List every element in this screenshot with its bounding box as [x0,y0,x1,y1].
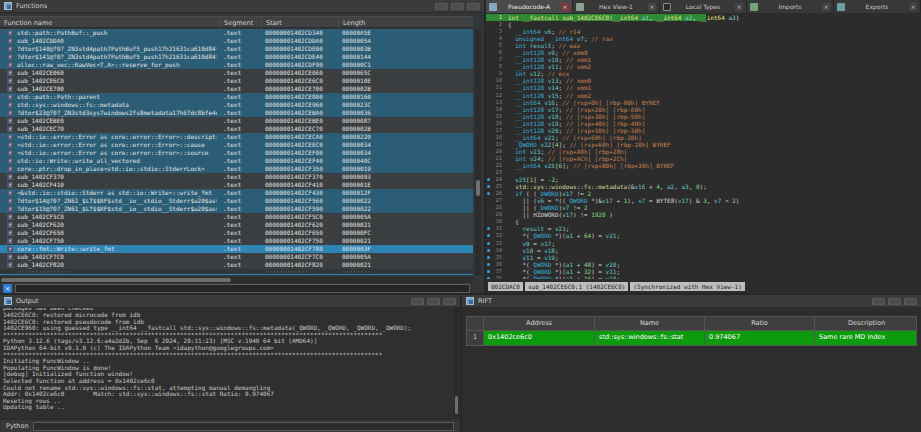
tab-close-icon[interactable]: ✕ [822,3,830,11]
code-line[interactable]: 37 *(_QWORD *)(a1 + 32) = v11; [486,268,921,275]
dock-button[interactable] [411,298,424,305]
code-line[interactable]: 25 std::sys::windows::fs::metadata(&v16 … [486,183,921,190]
functions-horizontal-scrollbar[interactable] [0,277,473,283]
rift-titlebar[interactable]: RIFT [462,295,921,308]
code-line[interactable]: 31 result = v21; [486,225,921,232]
function-row[interactable]: fsub_1402CDDA0.text00000001402CDDA000000… [0,37,473,45]
code-line[interactable]: 4 unsigned __int64 v7; // rax [486,35,921,42]
code-area[interactable]: 1int __fastcall sub_1402CE6C0(__int64 a1… [486,14,921,279]
function-row[interactable]: fsub_1402CF7C0.text00000001402CF7C000000… [0,253,473,261]
code-line[interactable]: 17 __int128 v20; // [rsp+50h] [rbp-30h] [486,127,921,134]
tab-close-icon[interactable]: ✕ [648,3,656,11]
code-line[interactable]: 13 __int64 v16; // [rsp+0h] [rbp-80h] BY… [486,99,921,106]
function-row[interactable]: falloc::raw_vec::RawVec<T,A>::reserve_fo… [0,61,473,69]
code-line[interactable]: 36 *(_QWORD *)(a1 + 48) = v20; [486,261,921,268]
code-line[interactable]: 5 int result; // eax [486,42,921,49]
function-row[interactable]: f?dtor$15@?0?_ZN61_$LT$$RF$std__io__stdi… [0,205,473,213]
code-line[interactable]: 30 { [486,218,921,225]
function-row[interactable]: f<std::io::error::Error as core::error::… [0,133,473,141]
code-line[interactable]: 12 __int128 v15; // xmm2 [486,92,921,99]
function-row[interactable]: f?dtor$140@?0?_ZN3std4path7PathBuf5_push… [0,45,473,53]
code-line[interactable]: 11 __int128 v14; // xmm1 [486,84,921,91]
dock-button[interactable] [872,298,885,305]
function-row[interactable]: fsub_1402CE060.text00000001402CE06000000… [0,69,473,77]
tab-local-types[interactable]: Local Types✕ [660,0,747,13]
code-line[interactable]: 3 __int64 v6; // r14 [486,28,921,35]
maximize-button[interactable] [888,298,901,305]
column-header-function-name[interactable]: Function name [0,19,219,28]
output-titlebar[interactable]: Output [0,295,460,308]
tab-close-icon[interactable]: ✕ [561,3,569,11]
code-line[interactable]: 28 || (_DWORD)v7 != 2 [486,204,921,211]
scrollbar-thumb[interactable] [476,180,480,196]
function-row[interactable]: fsub_1402CE700.text00000001402CE70000000… [0,85,473,93]
tab-close-icon[interactable]: ✕ [909,3,917,11]
code-line[interactable]: 8 __int128 v11; // xmm2 [486,63,921,70]
code-line[interactable]: 38 *(_QWORD *)(a1 + 16) = v10; [486,275,921,279]
function-row[interactable]: f?dtor$23@?0?_ZN3std3sys7windows2fs8meta… [0,109,473,117]
column-header-ratio[interactable]: Ratio [704,317,814,330]
code-line[interactable]: 35 v11 = v19; [486,254,921,261]
function-row[interactable]: fsub_1402CF5C0.text00000001402CF5C000000… [0,213,473,221]
code-line[interactable]: 26 if ( (_DWORD)v17 != 2 [486,190,921,197]
function-row[interactable]: fsub_1402CF650.text00000001402CF65000000… [0,229,473,237]
column-header-start[interactable]: Start [261,19,338,28]
functions-titlebar[interactable]: Functions [0,0,484,13]
function-row[interactable]: f?dtor$141@?0?_ZN3std4path7PathBuf5_push… [0,53,473,61]
function-row[interactable]: fsub_1402CF820.text00000001402CF82000000… [0,261,473,269]
functions-filter-input[interactable] [15,284,470,293]
code-line[interactable]: 24 v25[1] = -2; [486,176,921,183]
functions-vertical-scrollbar[interactable] [475,29,481,275]
tab-pseudocode-a[interactable]: Pseudocode-A✕ [486,0,573,13]
function-row[interactable]: fstd::io::Write::write_all_vectored.text… [0,157,473,165]
function-row[interactable]: fsub_1402CF410.text00000001402CF41000000… [0,181,473,189]
code-line[interactable]: 10 __int128 v13; // xmm0 [486,77,921,84]
tab-hex-view-1[interactable]: Hex View-1✕ [573,0,660,13]
output-log[interactable]: packages has been checked1402CE6C0: rest… [3,308,451,419]
scrollbar-thumb[interactable] [1,278,231,282]
function-row[interactable]: f<std::io::error::Error as core::error::… [0,149,473,157]
function-row[interactable]: fstd::sys::windows::fs::metadata.text000… [0,101,473,109]
code-line[interactable]: 32 *(_QWORD *)(a1 + 64) = v21; [486,232,921,239]
tab-exports[interactable]: Exports✕ [834,0,921,13]
output-scrollbar[interactable] [454,308,459,418]
close-button[interactable] [443,298,456,305]
code-line[interactable]: 9 int v12; // ecx [486,70,921,77]
column-header-index[interactable] [467,317,483,330]
function-row[interactable]: fcore::ptr::drop_in_place<std::io::stdio… [0,165,473,173]
column-header-description[interactable]: Description [814,317,918,330]
code-line[interactable]: 15 __int128 v18; // [rsp+30h] [rbp-50h] [486,113,921,120]
close-button[interactable] [904,298,917,305]
code-line[interactable]: 14 __int128 v17; // [rsp+20h] [rbp-60h] [486,106,921,113]
python-command-input[interactable] [33,422,454,431]
function-row[interactable]: f<std::io::error::Error as core::error::… [0,141,473,149]
function-row[interactable]: f<&std::io::stdio::Stderr as std::io::Wr… [0,189,473,197]
column-header-address[interactable]: Address [483,317,594,330]
code-line[interactable]: 6 __int128 v9; // xmm0 [486,49,921,56]
code-line[interactable]: 18 __int64 v21; // [rsp+60h] [rbp-20h] [486,134,921,141]
function-row[interactable]: fcore::fmt::Write::write_fmt.text0000000… [0,245,473,253]
function-row[interactable]: fsub_1402CEC70.text00000001402CEC7000000… [0,125,473,133]
function-row[interactable]: fsub_1402CF750.text00000001402CF75000000… [0,237,473,245]
code-line[interactable]: 29 || HIDWORD(v17) != 1920 ) [486,211,921,218]
function-row[interactable]: fsub_1402CE6C0.text00000001402CE6C000000… [0,77,473,85]
function-row[interactable]: fsub_1402CF620.text00000001402CF62000000… [0,221,473,229]
column-header-length[interactable]: Length [338,19,438,28]
code-line[interactable]: 22 __int64 v25[6]; // [rsp+B0h] [rbp+30h… [486,162,921,169]
scrollbar-thumb[interactable] [455,396,458,414]
function-row[interactable]: fsub_1402CEBE0.text00000001402CEBE000000… [0,117,473,125]
code-line[interactable]: 2{ [486,21,921,28]
function-row[interactable]: fstd::path::PathBuf::_push.text000000014… [0,29,473,37]
function-row[interactable]: fstd::path::Path::parent.text00000001402… [0,93,473,101]
maximize-button[interactable] [427,298,440,305]
tab-close-icon[interactable]: ✕ [735,3,743,11]
code-line[interactable]: 21 int v24; // [rsp+ACh] [rbp+2Ch] [486,155,921,162]
dock-button[interactable] [435,3,448,10]
code-line[interactable]: 33 v9 = v17; [486,240,921,247]
close-button[interactable] [467,3,480,10]
code-line[interactable]: 20 int v23; // [rsp+A8h] [rbp+28h] [486,148,921,155]
clear-filter-icon[interactable]: ✕ [3,284,12,293]
function-row[interactable]: fsub_1402CF370.text00000001402CF37000000… [0,173,473,181]
code-line[interactable]: 34 v10 = v18; [486,247,921,254]
function-row[interactable]: f?dtor$14@?0?_ZN61_$LT$$RF$std__io__stdi… [0,197,473,205]
